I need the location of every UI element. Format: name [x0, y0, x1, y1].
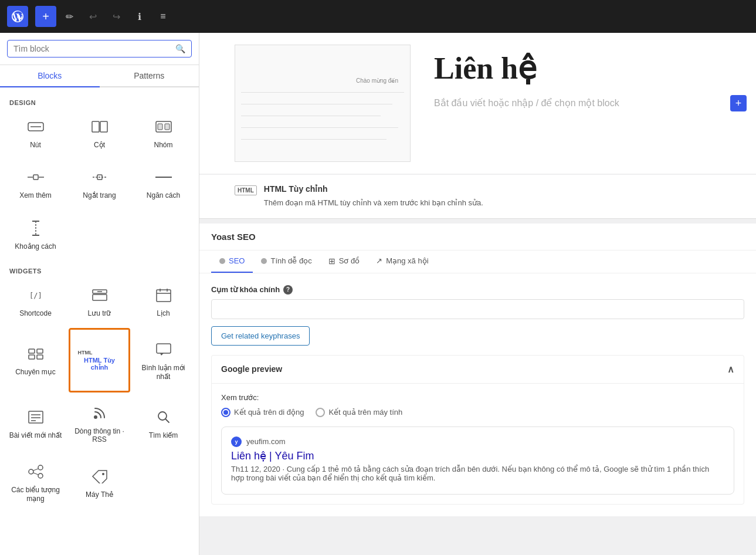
svg-point-33	[94, 415, 97, 419]
search2-icon	[153, 407, 174, 428]
block-item-bieu-tuong[interactable]: Các biểu tượng mạng	[5, 454, 66, 510]
block-item-luu-tru[interactable]: Lưu trữ	[69, 277, 130, 325]
yoast-tabs: SEO Tính dễ đọc ⊞ Sơ đồ ↗ Mạng xã hội	[199, 251, 756, 273]
block-label-ngat-trang: Ngắt trang	[83, 191, 116, 199]
help-icon[interactable]: ?	[283, 285, 293, 295]
search-input-wrap: 🔍	[7, 40, 192, 57]
serp-url-row: y yeufim.com	[231, 436, 724, 447]
svg-rect-24	[29, 349, 35, 353]
yoast-tab-seo[interactable]: SEO	[211, 251, 253, 273]
readability-tab-dot	[261, 258, 267, 264]
block-label-rss: Dòng thông tin · RSS	[72, 427, 127, 444]
main-layout: 🔍 Blocks Patterns DESIGN Nút	[0, 33, 756, 555]
svg-rect-26	[37, 349, 43, 353]
group-icon	[153, 116, 174, 137]
yoast-tab-social[interactable]: ↗ Mạng xã hội	[368, 251, 436, 273]
block-label-binh-luan: Bình luận mới nhất	[135, 364, 191, 381]
svg-rect-6	[165, 124, 169, 130]
keyphrase-input[interactable]	[211, 299, 744, 319]
social-tab-label: Mạng xã hội	[386, 256, 428, 265]
preview-label: Xem trước:	[221, 393, 734, 402]
tools-button[interactable]: ≡	[152, 6, 174, 27]
tag-icon	[89, 466, 110, 487]
yoast-header: Yoast SEO	[199, 224, 756, 251]
search-input[interactable]	[13, 44, 172, 53]
schema-tab-label: Sơ đồ	[339, 256, 360, 265]
block-item-binh-luan[interactable]: Bình luận mới nhất	[133, 328, 194, 392]
block-label-khoang-cach: Khoảng cách	[15, 242, 56, 251]
page-placeholder[interactable]: Bắt đầu viết hoặc nhập / để chọn một blo…	[434, 97, 721, 109]
redo-button[interactable]: ↪	[106, 6, 127, 27]
radio-mobile[interactable]: Kết quả trên di động	[221, 408, 304, 417]
widgets-section-label: WIDGETS	[5, 263, 194, 277]
svg-rect-3	[100, 121, 107, 132]
radio-desktop[interactable]: Kết quả trên máy tính	[316, 408, 402, 417]
block-item-nhom[interactable]: Nhóm	[133, 109, 194, 157]
block-item-shortcode[interactable]: [/] Shortcode	[5, 277, 66, 325]
posts-icon	[25, 407, 46, 428]
block-item-khoang-cach[interactable]: Khoảng cách	[5, 210, 66, 258]
block-item-lich[interactable]: Lịch	[133, 277, 194, 325]
button-icon	[25, 116, 46, 137]
block-label-bieu-tuong: Các biểu tượng mạng	[8, 486, 63, 503]
serp-domain: yeufim.com	[246, 437, 285, 446]
page-thumbnail: Chào mừng đến	[235, 45, 411, 162]
serp-title[interactable]: Liên hệ | Yêu Fim	[231, 449, 724, 462]
svg-rect-18	[93, 295, 107, 300]
yoast-section: Yoast SEO SEO Tính dễ đọc ⊞ Sơ đồ ↗ Mạng	[199, 224, 756, 516]
separator-icon	[153, 167, 174, 188]
schema-icon: ⊞	[328, 256, 335, 266]
block-item-cot[interactable]: Cột	[69, 109, 130, 157]
categories-icon	[25, 343, 46, 364]
sidebar-tabs: Blocks Patterns	[0, 65, 199, 87]
block-item-ngat-trang[interactable]: Ngắt trang	[69, 159, 130, 207]
editor-area: Chào mừng đến Liên hệ Bắt đầu viết hoặc …	[199, 33, 756, 174]
block-item-html-tuy-chinh[interactable]: HTML HTML Tùy chỉnh	[69, 328, 130, 392]
block-label-nhom: Nhóm	[154, 141, 172, 149]
add-block-right-button[interactable]: +	[730, 95, 747, 111]
google-preview-header[interactable]: Google preview ∧	[212, 356, 744, 383]
design-section-label: DESIGN	[5, 94, 194, 109]
svg-line-39	[33, 469, 38, 471]
info-button[interactable]: ℹ	[129, 6, 150, 27]
block-item-xem-them[interactable]: Xem thêm	[5, 159, 66, 207]
tab-blocks[interactable]: Blocks	[0, 65, 100, 87]
svg-rect-29	[29, 411, 43, 423]
block-item-ngan-cach[interactable]: Ngăn cách	[133, 159, 194, 207]
block-item-bai-viet[interactable]: Bài viết mới nhất	[5, 395, 66, 452]
svg-point-37	[38, 465, 43, 470]
svg-line-35	[165, 419, 169, 422]
block-item-rss[interactable]: Dòng thông tin · RSS	[69, 395, 130, 452]
keyphrase-label: Cụm từ khóa chính ?	[211, 285, 744, 295]
add-block-toolbar-button[interactable]: +	[35, 6, 56, 27]
yoast-tab-schema[interactable]: ⊞ Sơ đồ	[320, 251, 368, 273]
block-item-chuyen-muc[interactable]: Chuyên mục	[5, 328, 66, 392]
widgets-blocks-grid: [/] Shortcode Lưu trữ Lịch	[5, 277, 194, 510]
google-preview-label: Google preview	[221, 364, 282, 374]
block-label-chuyen-muc: Chuyên mục	[15, 368, 56, 376]
chevron-up-icon: ∧	[727, 364, 734, 375]
social-tab-icon: ↗	[376, 256, 382, 265]
page-title[interactable]: Liên hệ	[434, 50, 721, 86]
thumbnail-text: Chào mừng đến	[356, 77, 398, 84]
html-block-desc: Thêm đoạn mã HTML tùy chỉnh và xem trước…	[264, 197, 483, 209]
undo-button[interactable]: ↩	[82, 6, 103, 27]
svg-line-40	[33, 473, 38, 475]
get-keyphrases-button[interactable]: Get related keyphrases	[211, 326, 310, 346]
search-bar: 🔍	[0, 33, 199, 65]
block-item-nut[interactable]: Nút	[5, 109, 66, 157]
svg-rect-2	[92, 121, 99, 132]
tab-patterns[interactable]: Patterns	[100, 65, 199, 86]
block-label-tim-kiem: Tìm kiếm	[149, 431, 178, 439]
wp-logo	[7, 6, 28, 27]
google-preview-body: Xem trước: Kết quả trên di động Kết quả	[212, 383, 744, 504]
page-break-icon	[89, 167, 110, 188]
content-area: Chào mừng đến Liên hệ Bắt đầu viết hoặc …	[199, 33, 756, 555]
block-label-ngan-cach: Ngăn cách	[147, 191, 180, 199]
block-item-tim-kiem[interactable]: Tìm kiếm	[133, 395, 194, 452]
sidebar-content: DESIGN Nút Cột	[0, 87, 199, 555]
radio-mobile-dot	[221, 408, 230, 417]
yoast-tab-readability[interactable]: Tính dễ đọc	[253, 251, 320, 273]
edit-button[interactable]: ✏	[59, 6, 80, 27]
block-item-may-the[interactable]: Máy Thẻ	[69, 454, 130, 510]
